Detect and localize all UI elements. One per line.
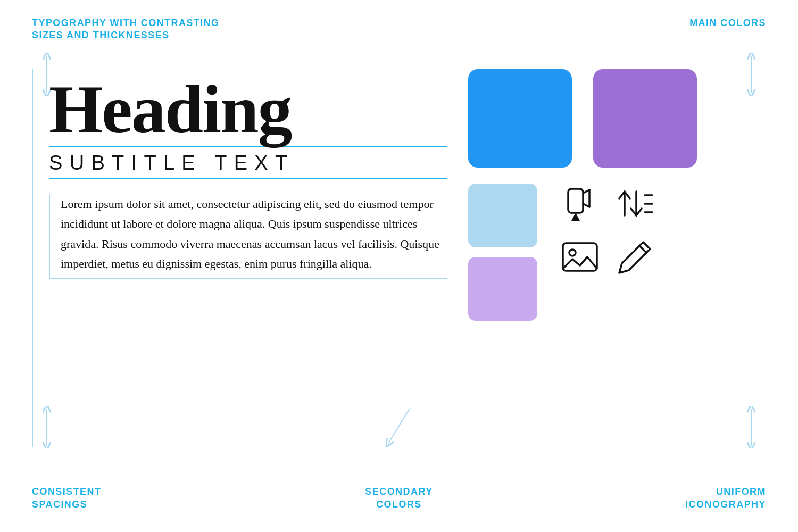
secondary-colors-label: SECONDARY COLORS: [365, 486, 433, 511]
image-icon: [559, 236, 601, 278]
pencil-icon: [614, 236, 656, 278]
svg-marker-6: [571, 213, 580, 221]
main-colors-row: [468, 69, 766, 168]
marker-icon: [559, 184, 601, 226]
main-colors-label: MAIN COLORS: [689, 17, 766, 29]
color-swatch-purple: [593, 69, 697, 168]
icons-row-1: [559, 184, 656, 226]
svg-line-7: [583, 190, 589, 193]
heading: Heading: [49, 74, 447, 147]
secondary-colors-col: [468, 184, 537, 321]
svg-line-8: [583, 204, 589, 207]
page: TYPOGRAPHY WITH CONTRASTINGSIZES AND THI…: [0, 0, 798, 532]
sort-icon: [614, 184, 656, 226]
right-section: [468, 69, 766, 447]
secondary-row: [468, 184, 766, 321]
icons-row-2: [559, 236, 656, 278]
svg-rect-15: [563, 243, 597, 271]
svg-line-17: [639, 246, 646, 253]
typography-label: TYPOGRAPHY WITH CONTRASTINGSIZES AND THI…: [32, 17, 220, 42]
svg-rect-5: [568, 189, 583, 213]
color-swatch-blue: [468, 69, 572, 168]
body-text: Lorem ipsum dolor sit amet, consectetur …: [49, 194, 447, 279]
color-swatch-light-blue: [468, 184, 537, 247]
color-swatch-light-purple: [468, 257, 537, 321]
typography-section: Heading SUBTITLE TEXT Lorem ipsum dolor …: [32, 69, 447, 447]
subtitle: SUBTITLE TEXT: [49, 152, 447, 179]
svg-point-16: [569, 250, 576, 256]
consistent-spacings-label: CONSISTENT SPACINGS: [32, 486, 101, 511]
main-content: Heading SUBTITLE TEXT Lorem ipsum dolor …: [32, 69, 766, 447]
uniform-iconography-label: UNIFORM ICONOGRAPHY: [685, 486, 766, 511]
icons-col: [559, 184, 656, 278]
